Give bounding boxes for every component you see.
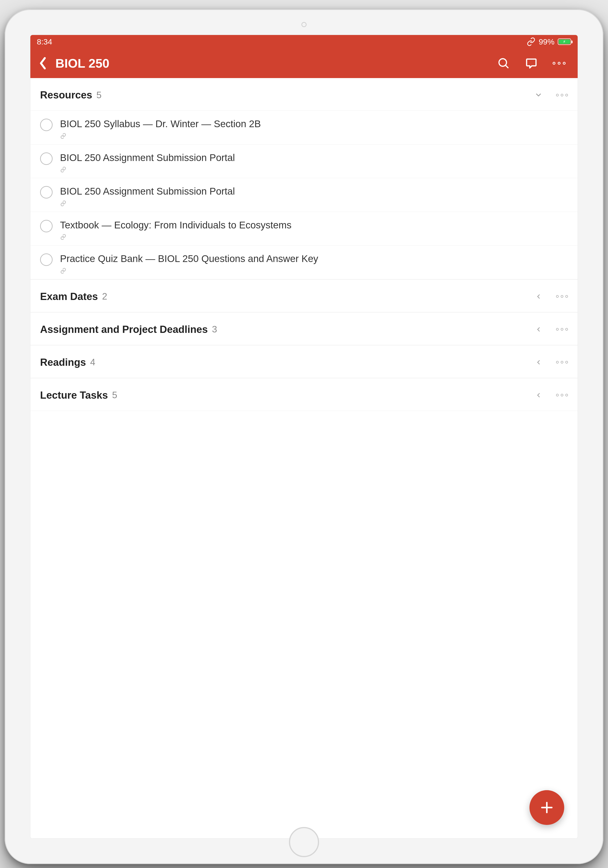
chevron-down-icon[interactable] <box>534 91 543 99</box>
privacy-link-icon <box>527 37 535 46</box>
charging-bolt-icon: ⚡︎ <box>563 40 566 44</box>
chevron-left-icon[interactable] <box>534 391 543 399</box>
section-count: 5 <box>112 390 117 400</box>
more-options-button[interactable] <box>553 62 566 65</box>
chevron-left-icon[interactable] <box>534 358 543 366</box>
task-row[interactable]: BIOL 250 Assignment Submission Portal <box>30 144 578 178</box>
link-icon <box>60 234 568 240</box>
battery-icon: ⚡︎ <box>558 39 571 45</box>
task-title: Textbook — Ecology: From Individuals to … <box>60 219 568 232</box>
task-body: Practice Quiz Bank — BIOL 250 Questions … <box>60 253 568 274</box>
task-checkbox[interactable] <box>40 220 53 232</box>
task-row[interactable]: Practice Quiz Bank — BIOL 250 Questions … <box>30 246 578 279</box>
task-checkbox[interactable] <box>40 119 53 131</box>
add-task-button[interactable] <box>529 790 564 825</box>
section-title: Resources <box>40 89 92 101</box>
status-time: 8:34 <box>37 37 52 46</box>
back-button[interactable] <box>39 57 47 70</box>
comments-button[interactable] <box>525 57 538 70</box>
svg-line-1 <box>506 65 508 68</box>
nav-bar: BIOL 250 <box>30 48 578 78</box>
section-more-button[interactable] <box>556 394 568 396</box>
section-count: 2 <box>102 291 107 302</box>
battery-fill: ⚡︎ <box>558 39 570 44</box>
screen: 8:34 99% ⚡︎ <box>30 35 578 839</box>
task-body: BIOL 250 Assignment Submission Portal <box>60 185 568 207</box>
content-scroll[interactable]: Resources5BIOL 250 Syllabus — Dr. Winter… <box>30 78 578 839</box>
task-checkbox[interactable] <box>40 253 53 266</box>
chevron-left-icon[interactable] <box>534 293 543 301</box>
status-bar: 8:34 99% ⚡︎ <box>30 35 578 48</box>
section-header[interactable]: Readings4 <box>30 345 578 378</box>
section-header[interactable]: Assignment and Project Deadlines3 <box>30 312 578 345</box>
link-icon <box>60 166 568 173</box>
device-home-button[interactable] <box>289 827 319 857</box>
task-row[interactable]: BIOL 250 Assignment Submission Portal <box>30 178 578 212</box>
link-icon <box>60 268 568 274</box>
section-count: 4 <box>90 357 95 367</box>
ipad-device-frame: 8:34 99% ⚡︎ <box>5 9 603 864</box>
search-button[interactable] <box>497 57 510 70</box>
task-title: BIOL 250 Assignment Submission Portal <box>60 152 568 164</box>
task-row[interactable]: Textbook — Ecology: From Individuals to … <box>30 212 578 246</box>
link-icon <box>60 133 568 139</box>
section-more-button[interactable] <box>556 295 568 298</box>
section-title: Exam Dates <box>40 291 98 302</box>
section-header[interactable]: Lecture Tasks5 <box>30 378 578 411</box>
section-count: 3 <box>212 324 217 335</box>
page-title: BIOL 250 <box>55 56 489 70</box>
task-title: BIOL 250 Assignment Submission Portal <box>60 185 568 198</box>
task-title: Practice Quiz Bank — BIOL 250 Questions … <box>60 253 568 265</box>
task-checkbox[interactable] <box>40 152 53 165</box>
nav-actions <box>497 57 566 70</box>
section-header[interactable]: Resources5 <box>30 78 578 111</box>
section-count: 5 <box>96 90 101 100</box>
section-title: Lecture Tasks <box>40 389 108 401</box>
section-more-button[interactable] <box>556 361 568 363</box>
task-checkbox[interactable] <box>40 186 53 198</box>
chevron-left-icon[interactable] <box>534 326 543 333</box>
section-title: Assignment and Project Deadlines <box>40 324 208 335</box>
blank-space <box>30 411 578 620</box>
task-body: Textbook — Ecology: From Individuals to … <box>60 219 568 240</box>
battery-percent-label: 99% <box>539 37 554 46</box>
section-header[interactable]: Exam Dates2 <box>30 279 578 312</box>
link-icon <box>60 200 568 207</box>
status-right: 99% ⚡︎ <box>527 37 571 46</box>
task-title: BIOL 250 Syllabus — Dr. Winter — Section… <box>60 118 568 130</box>
task-row[interactable]: BIOL 250 Syllabus — Dr. Winter — Section… <box>30 111 578 144</box>
section-more-button[interactable] <box>556 328 568 330</box>
section-more-button[interactable] <box>556 94 568 96</box>
device-camera <box>301 22 307 27</box>
task-body: BIOL 250 Assignment Submission Portal <box>60 152 568 173</box>
task-body: BIOL 250 Syllabus — Dr. Winter — Section… <box>60 118 568 139</box>
section-title: Readings <box>40 356 86 368</box>
